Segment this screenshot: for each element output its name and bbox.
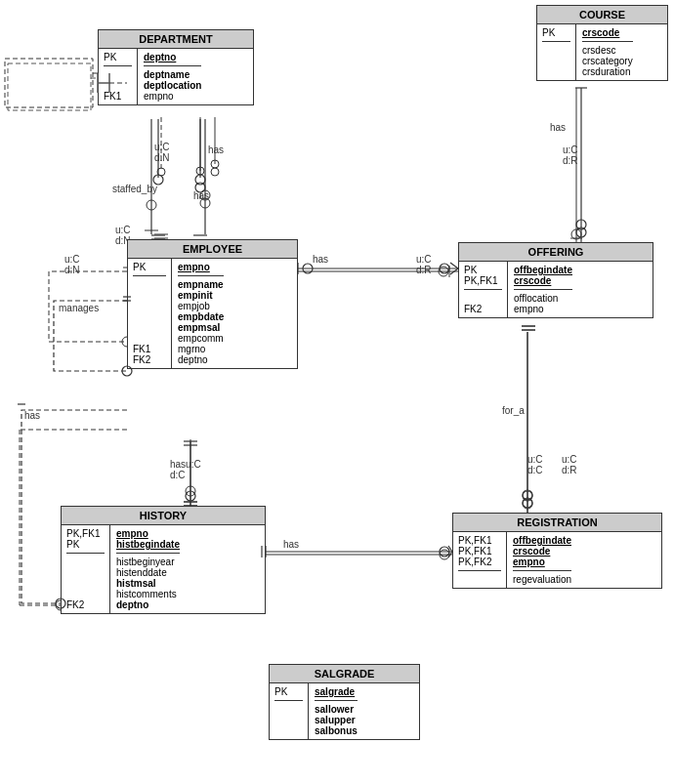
emp-attr-empbdate: empbdate bbox=[178, 311, 224, 322]
svg-point-10 bbox=[147, 200, 156, 210]
svg-point-88 bbox=[576, 220, 586, 229]
svg-point-38 bbox=[523, 499, 532, 509]
reg-pk2-attr: crscode bbox=[513, 546, 550, 557]
entity-registration: REGISTRATION PK,FK1 PK,FK1 PK,FK2 offbeg… bbox=[452, 513, 662, 589]
label-has-hist: has bbox=[283, 539, 299, 550]
emp-attr-empcomm: empcomm bbox=[178, 333, 224, 344]
hist-attr-deptno: deptno bbox=[116, 599, 180, 610]
reg-pk3-label: PK,FK2 bbox=[458, 557, 501, 567]
entity-salgrade: SALGRADE PK salgrade sallower salup bbox=[269, 664, 420, 740]
svg-point-87 bbox=[576, 227, 586, 237]
svg-point-65 bbox=[440, 264, 449, 273]
emp-fk2-label: FK2 bbox=[133, 354, 166, 365]
label-has-dept: has bbox=[193, 190, 209, 201]
label-has-emp-off: has bbox=[313, 254, 328, 265]
emp-attr-mgrno: mgrno bbox=[178, 344, 224, 354]
reg-attr-regevaluation: regevaluation bbox=[513, 574, 571, 585]
off-pk-label: PK bbox=[464, 265, 502, 275]
dept-pk-attr: deptno bbox=[144, 52, 176, 62]
entity-employee: EMPLOYEE PK FK1 FK2 bbox=[127, 239, 298, 369]
emp-attr-deptno: deptno bbox=[178, 354, 224, 365]
label-manages: manages bbox=[59, 303, 99, 313]
emp-pk-attr: empno bbox=[178, 262, 210, 272]
svg-rect-89 bbox=[8, 63, 91, 110]
dept-attr-deptlocation: deptlocation bbox=[144, 80, 201, 91]
hist-attr-histenddate: histenddate bbox=[116, 567, 180, 578]
sal-attr-sallower: sallower bbox=[315, 704, 358, 715]
label-has-left: has bbox=[24, 410, 40, 421]
svg-point-69 bbox=[186, 491, 195, 501]
hist-attr-histcomments: histcomments bbox=[116, 589, 180, 599]
label-staffed-by-text: staffed_by bbox=[112, 184, 157, 194]
dept-attr-empno: empno bbox=[144, 91, 201, 102]
svg-point-77 bbox=[440, 547, 449, 557]
dept-fk-label: FK1 bbox=[104, 91, 132, 102]
svg-point-54 bbox=[195, 175, 205, 185]
entity-offering: OFFERING PK PK,FK1 FK2 offbegindate crsc… bbox=[458, 242, 653, 318]
entity-history: HISTORY PK,FK1 PK FK2 empno his bbox=[61, 506, 266, 614]
label-hasu: hasu:Cd:C bbox=[170, 459, 201, 480]
sal-attr-salbonus: salbonus bbox=[315, 725, 358, 736]
svg-point-8 bbox=[211, 168, 219, 176]
hist-pk2-label: PK bbox=[66, 539, 105, 550]
reg-pk2-label: PK,FK1 bbox=[458, 546, 501, 557]
svg-point-64 bbox=[303, 264, 313, 273]
hist-pk-label: PK,FK1 bbox=[66, 528, 105, 539]
course-pk-label: PK bbox=[542, 27, 555, 38]
salgrade-title: SALGRADE bbox=[270, 665, 419, 683]
erd-diagram: u:Cd:N has staffed_by has u:Cd:N manages… bbox=[0, 0, 674, 784]
course-pk-attr: crscode bbox=[582, 27, 619, 38]
dept-pk-label: PK bbox=[104, 52, 116, 62]
svg-point-1 bbox=[157, 168, 165, 176]
off-pk2-attr: crscode bbox=[514, 275, 551, 286]
label-staffed-by: has bbox=[208, 144, 224, 155]
emp-attr-empjob: empjob bbox=[178, 301, 224, 311]
label-uC-dN-1: u:Cd:N bbox=[154, 142, 170, 163]
svg-point-34 bbox=[440, 550, 449, 559]
course-attr-crsdesc: crsdesc bbox=[582, 45, 633, 56]
label-uC-dR-course: u:Cd:R bbox=[563, 144, 578, 166]
emp-attr-empname: empname bbox=[178, 279, 224, 290]
hist-attr-histbeginyear: histbeginyear bbox=[116, 557, 180, 567]
sal-attr-salupper: salupper bbox=[315, 715, 358, 725]
off-pk2-label: PK,FK1 bbox=[464, 275, 502, 286]
emp-attr-empmsal: empmsal bbox=[178, 322, 224, 333]
registration-title: REGISTRATION bbox=[453, 514, 661, 532]
off-attr-empno: empno bbox=[514, 304, 572, 314]
reg-pk1-attr: offbegindate bbox=[513, 535, 571, 546]
svg-point-41 bbox=[571, 229, 581, 239]
svg-point-83 bbox=[523, 498, 532, 508]
off-pk-attr: offbegindate bbox=[514, 265, 572, 275]
label-uC-dN-emp: u:Cd:N bbox=[64, 254, 80, 275]
hist-pk2-attr: histbegindate bbox=[116, 539, 180, 550]
svg-point-5 bbox=[196, 167, 204, 175]
offering-title: OFFERING bbox=[459, 243, 653, 262]
svg-line-66 bbox=[450, 263, 458, 268]
hist-pk-attr: empno bbox=[116, 528, 148, 539]
svg-point-29 bbox=[186, 486, 195, 496]
svg-line-67 bbox=[450, 268, 458, 274]
emp-attr-empinit: empinit bbox=[178, 290, 224, 301]
emp-fk1-label: FK1 bbox=[133, 344, 166, 354]
course-title: COURSE bbox=[537, 6, 667, 24]
entity-department: DEPARTMENT PK FK1 deptno deptname dep bbox=[98, 29, 254, 105]
svg-point-27 bbox=[439, 267, 448, 276]
reg-pk1-label: PK,FK1 bbox=[458, 535, 501, 546]
label-has-course: has bbox=[550, 122, 566, 133]
course-attr-crscategory: crscategory bbox=[582, 56, 633, 66]
employee-title: EMPLOYEE bbox=[128, 240, 297, 259]
label-uC-dR-off: u:Cd:R bbox=[416, 254, 432, 275]
sal-pk-label: PK bbox=[274, 686, 287, 697]
dept-attr-deptname: deptname bbox=[144, 69, 201, 80]
off-fk2-label: FK2 bbox=[464, 304, 502, 314]
hist-fk2-label: FK2 bbox=[66, 599, 105, 610]
label-uC-dC: u:Cd:C bbox=[527, 454, 543, 475]
label-uC-dR-reg: u:Cd:R bbox=[562, 454, 577, 475]
course-attr-crsduration: crsduration bbox=[582, 66, 633, 77]
svg-point-7 bbox=[211, 160, 219, 168]
sal-pk-attr: salgrade bbox=[315, 686, 355, 697]
hist-attr-histmsal: histmsal bbox=[116, 578, 180, 589]
emp-pk-label: PK bbox=[133, 262, 146, 272]
entity-course: COURSE PK crscode crsdesc crscategory cr… bbox=[536, 5, 668, 81]
history-title: HISTORY bbox=[62, 507, 265, 525]
